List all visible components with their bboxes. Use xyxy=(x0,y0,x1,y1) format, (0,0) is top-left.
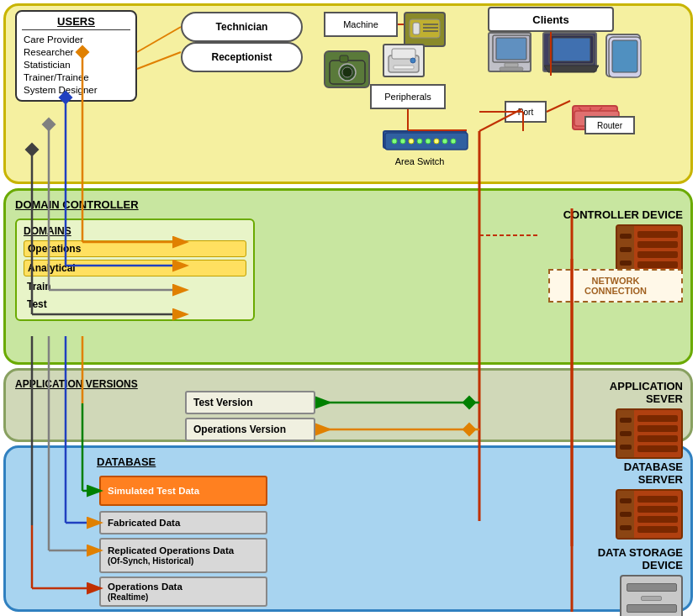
clients-label: Clients xyxy=(532,13,568,26)
machine-box: Machine xyxy=(324,12,398,37)
db-server-label: DATABASESERVER xyxy=(624,461,683,486)
app-server-icon xyxy=(616,408,683,459)
svg-point-31 xyxy=(426,139,431,144)
svg-point-7 xyxy=(342,67,352,77)
test-version-label: Test Version xyxy=(193,397,252,408)
fabricated-label: Fabricated Data xyxy=(108,518,180,528)
ops-version-label: Operations Version xyxy=(193,424,286,435)
svg-rect-8 xyxy=(340,55,348,62)
svg-point-29 xyxy=(409,139,414,144)
domain-controller-label: DOMAIN CONTROLLER xyxy=(15,198,139,211)
switch-icon xyxy=(383,130,467,149)
receptionist-oval: Receptionist xyxy=(181,42,303,72)
svg-point-28 xyxy=(400,139,405,144)
users-title: USERS xyxy=(22,15,130,30)
router-label: Router xyxy=(597,121,622,130)
machine-label: Machine xyxy=(343,19,378,29)
controller-device-icon xyxy=(616,224,683,275)
clients-box: Clients xyxy=(488,7,614,32)
peripherals-box: Peripherals xyxy=(370,84,446,109)
port-label: Port xyxy=(518,108,533,117)
ops-realtime-label: Operations Data(Realtime) xyxy=(108,582,182,602)
area-switch-label: Area Switch xyxy=(395,156,445,166)
svg-point-30 xyxy=(417,139,422,144)
replicated-label: Replicated Operations Data(Of-Synch, His… xyxy=(108,545,234,566)
domain-item-operations: Operations xyxy=(24,240,246,257)
simulated-label: Simulated Test Data xyxy=(108,486,199,496)
svg-point-27 xyxy=(392,139,397,144)
controller-device-label: CONTROLLER DEVICE xyxy=(563,208,683,221)
svg-rect-1 xyxy=(413,23,420,34)
domain-item-analytical: Analytical xyxy=(24,260,246,276)
router-box: Router xyxy=(584,116,635,134)
database-label: DATABASE xyxy=(97,455,156,468)
simulated-test-data-item: Simulated Test Data xyxy=(99,476,267,506)
svg-rect-14 xyxy=(496,38,526,60)
fabricated-data-item: Fabricated Data xyxy=(99,511,267,534)
svg-rect-20 xyxy=(612,40,637,72)
domain-item-test: Test xyxy=(24,297,246,312)
svg-rect-15 xyxy=(505,63,518,67)
port-box: Port xyxy=(505,101,547,123)
app-versions-label: APPLICATION VERSIONS xyxy=(15,378,138,390)
technician-oval: Technician xyxy=(181,12,303,42)
camera-icon xyxy=(324,50,370,88)
test-version-item: Test Version xyxy=(185,391,315,414)
svg-rect-11 xyxy=(394,66,414,69)
laptop-icon xyxy=(542,32,597,72)
storage-device-label: DATA STORAGEDEVICE xyxy=(598,546,683,571)
workstation-icon xyxy=(488,32,531,72)
user-item-designer: System Designer xyxy=(22,84,130,96)
receptionist-label: Receptionist xyxy=(211,51,272,63)
technician-label: Technician xyxy=(216,21,268,33)
user-item-statistician: Statistician xyxy=(22,59,130,71)
domains-box: DOMAINS Operations Analytical Train Test xyxy=(15,218,255,321)
network-connection-label: NETWORK CONNECTION xyxy=(548,269,683,303)
user-item-trainer: Trainer/Trainee xyxy=(22,71,130,83)
user-item-care: Care Provider xyxy=(22,34,130,45)
scanner-icon xyxy=(404,12,446,47)
printer-icon xyxy=(383,44,425,77)
domains-title: DOMAINS xyxy=(24,225,246,237)
svg-rect-18 xyxy=(553,38,590,61)
replicated-data-item: Replicated Operations Data(Of-Synch, His… xyxy=(99,538,267,573)
ops-realtime-item: Operations Data(Realtime) xyxy=(99,577,267,607)
diagram-container: USERS Care Provider Researcher Statistic… xyxy=(0,0,698,616)
svg-point-34 xyxy=(451,139,456,144)
svg-point-12 xyxy=(410,58,415,63)
ops-version-item: Operations Version xyxy=(185,418,315,441)
users-box: USERS Care Provider Researcher Statistic… xyxy=(15,10,137,102)
storage-device-icon xyxy=(620,575,683,616)
area-switch-box: Area Switch xyxy=(378,150,462,173)
tablet-icon xyxy=(605,34,641,77)
svg-point-33 xyxy=(442,139,447,144)
svg-rect-16 xyxy=(500,67,523,71)
svg-rect-10 xyxy=(392,49,415,59)
app-server-label: APPLICATIONSEVER xyxy=(610,380,683,405)
svg-point-32 xyxy=(434,139,439,144)
peripherals-label: Peripherals xyxy=(384,92,431,102)
domain-item-train: Train xyxy=(24,279,246,294)
db-server-icon xyxy=(616,489,683,540)
